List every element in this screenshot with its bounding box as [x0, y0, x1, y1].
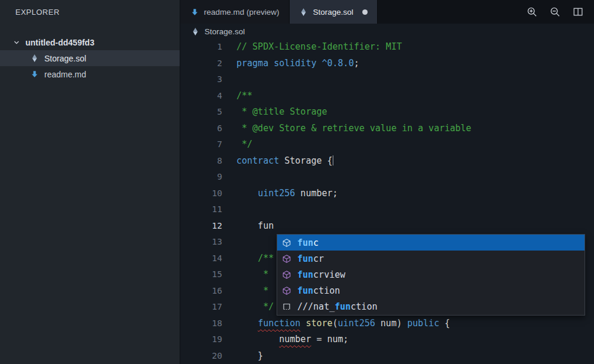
suggestion-label: func	[297, 238, 319, 248]
file-name: Storage.sol	[44, 54, 86, 63]
zoom-in-icon[interactable]	[527, 6, 538, 18]
code-line-12[interactable]: 12 fun	[180, 218, 594, 235]
line-content: /**	[236, 88, 252, 105]
line-content: pragma solidity ^0.8.0;	[236, 56, 359, 72]
line-number: 10	[180, 186, 236, 202]
suggestion-label: funcrview	[297, 269, 345, 280]
explorer-title: EXPLORER	[15, 8, 60, 17]
breadcrumb[interactable]: Storage.sol	[180, 24, 594, 39]
suggest-widget: funcfuncrfuncrviewfunction///nat_functio…	[277, 234, 585, 316]
snippet-icon	[281, 302, 292, 311]
line-number: 8	[180, 153, 236, 170]
solidity-icon	[190, 27, 200, 36]
suggestion-item-nat-function[interactable]: ///nat_function	[277, 299, 585, 315]
file-name: readme.md	[44, 70, 86, 79]
line-number: 16	[180, 283, 236, 300]
line-number: 1	[180, 39, 236, 56]
solidity-icon	[299, 8, 309, 17]
code-editor[interactable]: 1// SPDX-License-Identifier: MIT2pragma …	[180, 39, 594, 364]
line-content: contract Storage {	[236, 153, 333, 170]
line-number: 12	[180, 218, 236, 235]
code-line-2[interactable]: 2pragma solidity ^0.8.0;	[180, 56, 594, 72]
line-content: // SPDX-License-Identifier: MIT	[236, 39, 402, 56]
code-line-9[interactable]: 9	[180, 169, 594, 186]
code-line-6[interactable]: 6 * @dev Store & retrieve value in a var…	[180, 121, 594, 137]
line-content: * @dev Store & retrieve value in a varia…	[236, 121, 471, 137]
line-content: */	[236, 299, 274, 316]
explorer-header: EXPLORER	[0, 0, 180, 24]
line-number: 7	[180, 136, 236, 153]
line-content: function store(uint256 num) public {	[236, 316, 450, 332]
suggestion-item-funcrview[interactable]: funcrview	[277, 266, 585, 282]
zoom-out-icon[interactable]	[550, 6, 561, 18]
file-item-storage-sol[interactable]: Storage.sol	[0, 50, 180, 66]
code-line-5[interactable]: 5 * @title Storage	[180, 104, 594, 121]
line-content: number = num;	[236, 332, 349, 348]
suggestion-label: funcr	[297, 254, 324, 264]
line-content: */	[236, 136, 252, 153]
line-number: 19	[180, 332, 236, 348]
line-number: 4	[180, 88, 236, 105]
line-number: 18	[180, 316, 236, 332]
suggestion-item-func[interactable]: func	[277, 235, 585, 251]
tab-readme-md-preview[interactable]: readme.md (preview)	[180, 0, 290, 24]
bracket-cursor-bar	[333, 155, 334, 165]
code-line-1[interactable]: 1// SPDX-License-Identifier: MIT	[180, 39, 594, 56]
editor-actions	[527, 0, 594, 24]
line-number: 3	[180, 72, 236, 88]
suggestion-label: function	[297, 285, 340, 296]
tab-label: readme.md (preview)	[204, 8, 280, 17]
markdown-icon	[190, 8, 199, 17]
code-line-3[interactable]: 3	[180, 72, 594, 88]
markdown-icon	[30, 70, 39, 79]
cube-icon	[281, 238, 292, 248]
tab-storage-sol[interactable]: Storage.sol	[290, 0, 378, 24]
cube-icon	[281, 254, 292, 264]
code-line-20[interactable]: 20 }	[180, 348, 594, 364]
explorer-sidebar: EXPLORER untitled-dd459fd3 Storage.solre…	[0, 0, 180, 364]
line-number: 13	[180, 234, 236, 251]
suggestion-label: ///nat_function	[297, 301, 377, 312]
file-tree: untitled-dd459fd3 Storage.solreadme.md	[0, 24, 180, 82]
line-content: uint256 number;	[236, 186, 338, 202]
tabs: readme.md (preview)Storage.sol	[180, 0, 378, 24]
line-number: 20	[180, 348, 236, 364]
code-line-18[interactable]: 18 function store(uint256 num) public {	[180, 316, 594, 332]
code-line-10[interactable]: 10 uint256 number;	[180, 186, 594, 202]
folder-row-untitled[interactable]: untitled-dd459fd3	[0, 34, 180, 50]
line-content: *	[236, 266, 268, 283]
cube-icon	[281, 286, 292, 295]
line-number: 17	[180, 299, 236, 316]
file-item-readme-md[interactable]: readme.md	[0, 66, 180, 82]
chevron-down-icon	[12, 39, 21, 46]
line-number: 5	[180, 104, 236, 121]
modified-dot	[362, 9, 368, 15]
line-number: 2	[180, 56, 236, 72]
line-number: 6	[180, 121, 236, 137]
line-content: fun	[236, 218, 274, 235]
code-line-11[interactable]: 11	[180, 202, 594, 218]
folder-name: untitled-dd459fd3	[25, 38, 95, 47]
suggestion-item-funcr[interactable]: funcr	[277, 251, 585, 266]
line-number: 9	[180, 169, 236, 186]
tab-label: Storage.sol	[313, 8, 353, 17]
tab-bar: readme.md (preview)Storage.sol	[180, 0, 594, 24]
split-editor-icon[interactable]	[573, 6, 583, 17]
breadcrumb-label: Storage.sol	[205, 27, 245, 36]
line-number: 15	[180, 266, 236, 283]
line-content: }	[236, 348, 263, 364]
line-content: /**	[236, 251, 274, 267]
solidity-icon	[30, 54, 39, 63]
cube-icon	[281, 270, 292, 280]
vscode-window: EXPLORER untitled-dd459fd3 Storage.solre…	[0, 0, 594, 364]
code-line-19[interactable]: 19 number = num;	[180, 332, 594, 348]
line-content: *	[236, 283, 268, 300]
suggestion-item-function[interactable]: function	[277, 283, 585, 299]
file-list: Storage.solreadme.md	[0, 50, 180, 82]
code-line-4[interactable]: 4/**	[180, 88, 594, 105]
line-number: 14	[180, 251, 236, 267]
code-line-8[interactable]: 8contract Storage {	[180, 153, 594, 170]
code-line-7[interactable]: 7 */	[180, 136, 594, 153]
line-content: * @title Storage	[236, 104, 327, 121]
line-number: 11	[180, 202, 236, 218]
